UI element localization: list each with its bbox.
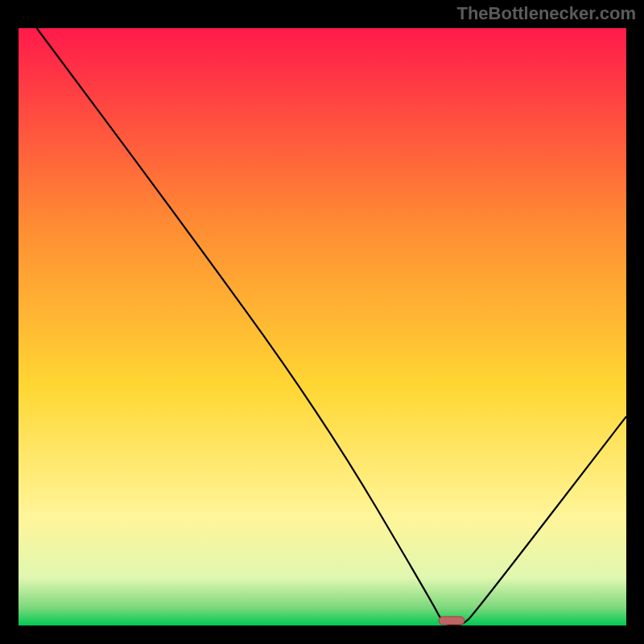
bottleneck-chart: TheBottlenecker.com — [0, 0, 644, 644]
watermark-text: TheBottlenecker.com — [456, 3, 636, 23]
optimal-marker[interactable] — [439, 617, 464, 625]
